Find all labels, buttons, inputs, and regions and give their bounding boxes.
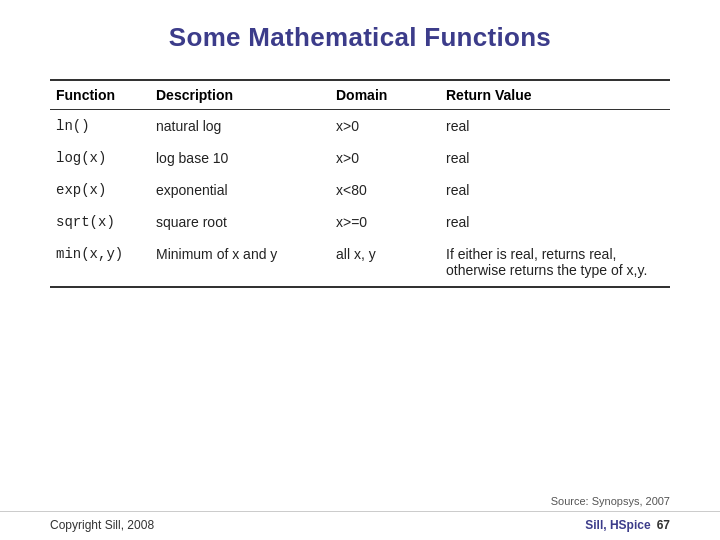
footer-right: Sill, HSpice 67	[585, 518, 670, 532]
cell-function: exp(x)	[50, 174, 150, 206]
cell-returnvalue: real	[440, 206, 670, 238]
header-domain: Domain	[330, 80, 440, 110]
table-row: ln()natural logx>0real	[50, 110, 670, 143]
table-header-row: Function Description Domain Return Value	[50, 80, 670, 110]
cell-returnvalue: real	[440, 142, 670, 174]
cell-description: square root	[150, 206, 330, 238]
cell-domain: x>=0	[330, 206, 440, 238]
cell-description: log base 10	[150, 142, 330, 174]
cell-returnvalue: real	[440, 174, 670, 206]
header-returnvalue: Return Value	[440, 80, 670, 110]
header-function: Function	[50, 80, 150, 110]
main-content: Function Description Domain Return Value…	[0, 69, 720, 485]
cell-returnvalue: real	[440, 110, 670, 143]
cell-description: natural log	[150, 110, 330, 143]
slide-footer: Copyright Sill, 2008 Sill, HSpice 67	[0, 511, 720, 540]
page-number: 67	[657, 518, 670, 532]
slide-container: Some Mathematical Functions Function Des…	[0, 0, 720, 540]
slide-title: Some Mathematical Functions	[0, 0, 720, 69]
cell-description: exponential	[150, 174, 330, 206]
table-row: exp(x)exponentialx<80real	[50, 174, 670, 206]
source-note: Source: Synopsys, 2007	[0, 485, 720, 511]
brand-hspice: HSpice	[610, 518, 651, 532]
cell-domain: x>0	[330, 142, 440, 174]
brand-label: Sill,	[585, 518, 610, 532]
math-functions-table: Function Description Domain Return Value…	[50, 79, 670, 288]
brand-text: Sill, HSpice	[585, 518, 650, 532]
cell-returnvalue: If either is real, returns real,otherwis…	[440, 238, 670, 287]
cell-function: ln()	[50, 110, 150, 143]
table-row: log(x)log base 10x>0real	[50, 142, 670, 174]
cell-description: Minimum of x and y	[150, 238, 330, 287]
cell-domain: x>0	[330, 110, 440, 143]
copyright-text: Copyright Sill, 2008	[50, 518, 154, 532]
table-row: min(x,y)Minimum of x and yall x, yIf eit…	[50, 238, 670, 287]
cell-function: log(x)	[50, 142, 150, 174]
cell-function: sqrt(x)	[50, 206, 150, 238]
table-row: sqrt(x)square rootx>=0real	[50, 206, 670, 238]
cell-domain: x<80	[330, 174, 440, 206]
cell-function: min(x,y)	[50, 238, 150, 287]
header-description: Description	[150, 80, 330, 110]
cell-domain: all x, y	[330, 238, 440, 287]
